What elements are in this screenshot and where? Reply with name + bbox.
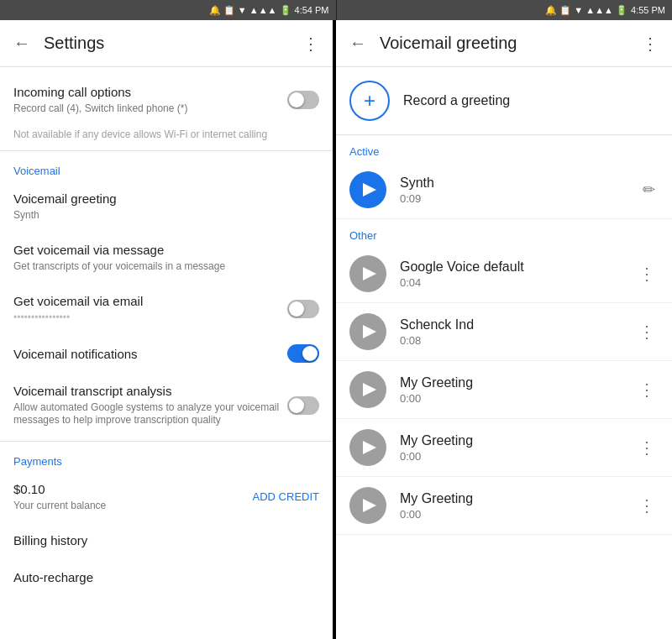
left-time: 4:54 PM [295,5,329,15]
right-more-button[interactable]: ⋮ [642,34,659,54]
balance-amount: $0.10 [13,481,106,498]
greeting-duration-3: 0:00 [400,450,635,463]
auto-recharge-title: Auto-recharge [13,569,319,586]
play-icon-1 [363,325,376,338]
right-back-button[interactable]: ← [349,34,366,53]
greeting-item-3: My Greeting 0:00 ⋮ [336,419,672,477]
greeting-item-2: My Greeting 0:00 ⋮ [336,361,672,419]
greeting-duration-2: 0:00 [400,392,635,405]
right-status-icons: 🔔 📋 ▼ ▲▲▲ 🔋 [545,5,627,16]
settings-list: Incoming call options Record call (4), S… [0,67,333,639]
right-title: Voicemail greeting [380,34,642,53]
voicemail-notifications-title: Voicemail notifications [13,346,287,363]
record-greeting-label: Record a greeting [403,93,510,108]
greeting-more-button-4[interactable]: ⋮ [635,492,659,519]
incoming-call-toggle[interactable] [287,91,319,109]
status-bar: 🔔 📋 ▼ ▲▲▲ 🔋 4:54 PM 🔔 📋 ▼ ▲▲▲ 🔋 4:55 PM [0,0,672,20]
play-icon-0 [363,267,376,280]
greeting-more-button-2[interactable]: ⋮ [635,376,659,403]
greeting-list: Active Synth 0:09 ✏ Other Google [336,135,672,639]
voicemail-greeting-item[interactable]: Voicemail greeting Synth [0,181,333,232]
voicemail-notifications-toggle[interactable] [287,344,319,363]
voicemail-transcript-title: Voicemail transcript analysis [13,383,287,400]
active-greeting-name: Synth [400,175,639,191]
payments-section-header: Payments [0,445,333,471]
billing-history-item[interactable]: Billing history [0,522,333,559]
divider-2 [0,441,333,442]
greeting-item-1: Schenck Ind 0:08 ⋮ [336,303,672,361]
incoming-call-item[interactable]: Incoming call options Record call (4), S… [0,74,333,125]
right-top-bar: ← Voicemail greeting ⋮ [336,20,672,67]
greeting-name-0: Google Voice default [400,259,635,275]
active-section-header: Active [336,135,672,161]
greeting-more-button-0[interactable]: ⋮ [635,260,659,287]
incoming-call-note: Not available if any device allows Wi-Fi… [0,125,333,147]
greeting-item-0: Google Voice default 0:04 ⋮ [336,245,672,303]
status-bar-left: 🔔 📋 ▼ ▲▲▲ 🔋 4:54 PM [0,0,337,20]
voicemail-email-toggle[interactable] [287,300,319,318]
balance-label: Your current balance [13,500,106,513]
play-button-0[interactable] [349,255,386,292]
play-button-2[interactable] [349,371,386,408]
greeting-item-4: My Greeting 0:00 ⋮ [336,477,672,535]
play-icon-2 [363,383,376,396]
active-greeting-item: Synth 0:09 ✏ [336,161,672,219]
voicemail-transcript-subtitle: Allow automated Google systems to analyz… [13,401,287,427]
right-time: 4:55 PM [631,5,665,15]
play-button-1[interactable] [349,313,386,350]
play-icon-4 [363,499,376,512]
play-button-4[interactable] [349,487,386,524]
voicemail-email-item[interactable]: Get voicemail via email •••••••••••••••• [0,283,333,334]
active-play-icon [363,183,376,196]
voicemail-email-subtitle: •••••••••••••••• [13,312,287,325]
voicemail-message-title: Get voicemail via message [13,242,319,259]
greeting-name-3: My Greeting [400,433,635,448]
screens: ← Settings ⋮ Incoming call options Recor… [0,20,672,639]
voicemail-message-subtitle: Get transcripts of your voicemails in a … [13,260,319,274]
left-status-icons: 🔔 📋 ▼ ▲▲▲ 🔋 [209,5,291,16]
voicemail-section-header: Voicemail [0,155,333,181]
greeting-more-button-3[interactable]: ⋮ [635,434,659,461]
greeting-duration-1: 0:08 [400,334,635,347]
voicemail-email-title: Get voicemail via email [13,293,287,310]
left-top-bar: ← Settings ⋮ [0,20,333,67]
voicemail-transcript-toggle[interactable] [287,396,319,415]
left-title: Settings [44,34,302,53]
status-bar-right: 🔔 📋 ▼ ▲▲▲ 🔋 4:55 PM [337,0,673,20]
auto-recharge-item[interactable]: Auto-recharge [0,559,333,596]
play-icon-3 [363,441,376,454]
other-section-header: Other [336,219,672,245]
left-panel: ← Settings ⋮ Incoming call options Recor… [0,20,336,639]
greeting-name-4: My Greeting [400,491,635,506]
voicemail-greeting-subtitle: Synth [13,209,319,223]
active-greeting-duration: 0:09 [400,192,639,205]
billing-history-title: Billing history [13,532,319,549]
record-greeting-button[interactable]: + Record a greeting [336,67,672,135]
greeting-duration-0: 0:04 [400,276,635,289]
divider-1 [0,150,333,151]
balance-item: $0.10 Your current balance ADD CREDIT [0,471,333,522]
greeting-more-button-1[interactable]: ⋮ [635,318,659,345]
active-play-button[interactable] [349,171,386,208]
left-more-button[interactable]: ⋮ [302,34,319,54]
play-button-3[interactable] [349,429,386,466]
greeting-name-1: Schenck Ind [400,317,635,333]
voicemail-transcript-item[interactable]: Voicemail transcript analysis Allow auto… [0,373,333,437]
voicemail-message-item[interactable]: Get voicemail via message Get transcript… [0,232,333,283]
greeting-duration-4: 0:00 [400,508,635,521]
left-back-button[interactable]: ← [13,34,30,53]
incoming-call-subtitle: Record call (4), Switch linked phone (*) [13,102,287,116]
add-credit-button[interactable]: ADD CREDIT [253,490,319,503]
greeting-name-2: My Greeting [400,375,635,390]
incoming-call-title: Incoming call options [13,84,287,101]
voicemail-greeting-title: Voicemail greeting [13,191,319,207]
voicemail-notifications-item[interactable]: Voicemail notifications [0,334,333,373]
right-panel: ← Voicemail greeting ⋮ + Record a greeti… [336,20,672,639]
record-add-icon: + [349,81,390,121]
active-greeting-edit-button[interactable]: ✏ [639,177,659,202]
